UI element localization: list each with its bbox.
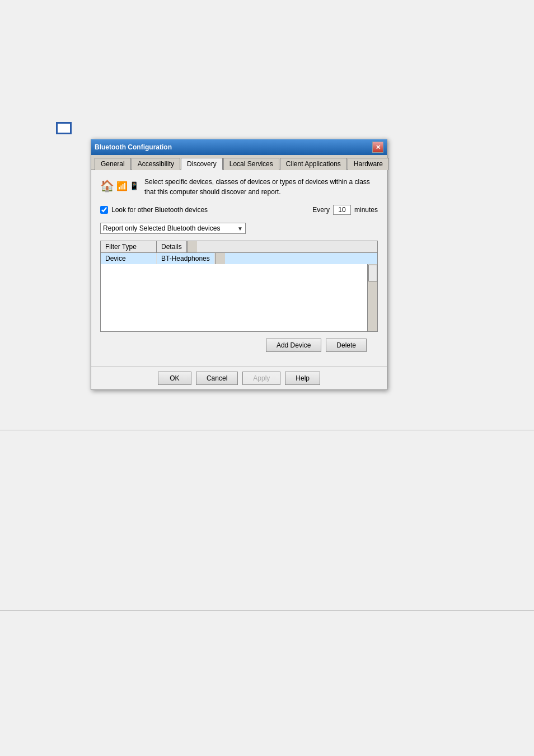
col-header-filter-type: Filter Type	[101, 241, 157, 252]
header-section: 🏠 📶 📱 Select specific devices, classes o…	[100, 177, 378, 197]
ok-button[interactable]: OK	[158, 372, 191, 385]
every-minutes-input[interactable]	[333, 205, 351, 215]
every-section: Every minutes	[312, 205, 378, 215]
page-background: Bluetooth Configuration ✕ General Access…	[0, 0, 534, 756]
col-header-details: Details	[157, 241, 187, 252]
title-bar: Bluetooth Configuration ✕	[91, 139, 387, 155]
separator-top	[0, 430, 534, 430]
table-scroll-header	[187, 241, 197, 252]
bluetooth-signal-icon: 📶	[116, 181, 128, 191]
scroll-track[interactable]	[367, 264, 377, 331]
table-cell-details: BT-Headphones	[157, 253, 215, 264]
separator-bottom	[0, 610, 534, 611]
scroll-thumb[interactable]	[368, 265, 377, 281]
dell-logo-area	[56, 122, 72, 136]
dialog-content: 🏠 📶 📱 Select specific devices, classes o…	[91, 170, 387, 367]
report-dropdown[interactable]: Report only Selected Bluetooth devices ▼	[100, 223, 246, 234]
table-row[interactable]: Device BT-Headphones	[101, 253, 377, 264]
dell-icon	[56, 122, 72, 134]
cancel-button[interactable]: Cancel	[196, 372, 238, 385]
every-label: Every	[312, 206, 330, 214]
dialog-title: Bluetooth Configuration	[95, 143, 172, 151]
tab-local-services[interactable]: Local Services	[223, 158, 279, 170]
help-button[interactable]: Help	[285, 372, 320, 385]
table-cell-type: Device	[101, 253, 157, 264]
tab-accessibility[interactable]: Accessibility	[132, 158, 180, 170]
tab-client-applications[interactable]: Client Applications	[280, 158, 347, 170]
empty-rows-area	[101, 264, 377, 331]
filter-table-body: Device BT-Headphones	[101, 253, 377, 331]
bluetooth-icon-group: 🏠 📶 📱	[100, 179, 139, 192]
filter-table: Filter Type Details Device BT-Headphones	[100, 241, 378, 332]
tab-discovery[interactable]: Discovery	[181, 158, 223, 170]
dropdown-arrow-icon: ▼	[237, 226, 243, 232]
checkbox-row: Look for other Bluetooth devices Every m…	[100, 205, 378, 215]
close-button[interactable]: ✕	[372, 142, 383, 153]
home-icon: 🏠	[100, 179, 114, 192]
apply-button[interactable]: Apply	[242, 372, 280, 385]
bottom-button-row: OK Cancel Apply Help	[91, 367, 387, 389]
tab-strip: General Accessibility Discovery Local Se…	[91, 155, 387, 170]
tab-general[interactable]: General	[95, 158, 131, 170]
look-for-devices-checkbox[interactable]	[100, 206, 108, 214]
bluetooth-config-dialog: Bluetooth Configuration ✕ General Access…	[91, 139, 387, 390]
description-text: Select specific devices, classes of devi…	[144, 177, 378, 197]
delete-button[interactable]: Delete	[326, 339, 367, 352]
report-section: Report only Selected Bluetooth devices ▼	[100, 223, 378, 234]
add-device-button[interactable]: Add Device	[266, 339, 321, 352]
report-dropdown-text: Report only Selected Bluetooth devices	[103, 224, 237, 232]
row-scroll-area	[215, 253, 225, 264]
filter-table-header: Filter Type Details	[101, 241, 377, 253]
look-for-devices-label[interactable]: Look for other Bluetooth devices	[111, 206, 208, 214]
minutes-label: minutes	[354, 206, 378, 214]
device-icon: 📱	[129, 181, 139, 190]
add-delete-row: Add Device Delete	[100, 339, 378, 352]
tab-hardware[interactable]: Hardware	[348, 158, 389, 170]
